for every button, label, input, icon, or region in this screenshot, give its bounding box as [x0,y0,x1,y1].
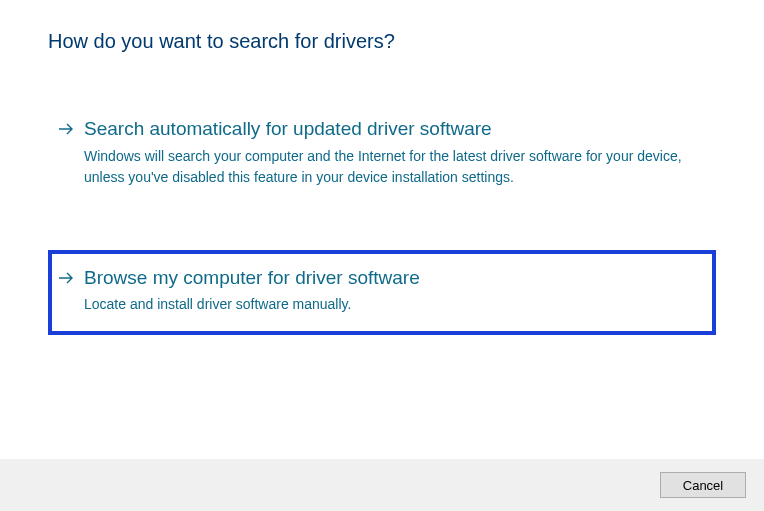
arrow-right-icon [58,271,74,285]
footer-bar: Cancel [0,459,764,511]
option-text: Search automatically for updated driver … [84,117,702,188]
cancel-button[interactable]: Cancel [660,472,746,498]
option-desc: Windows will search your computer and th… [84,146,702,188]
option-browse-my-computer[interactable]: Browse my computer for driver software L… [48,250,716,336]
option-desc: Locate and install driver software manua… [84,294,702,315]
arrow-right-icon [58,122,74,136]
option-text: Browse my computer for driver software L… [84,266,702,316]
option-search-automatically[interactable]: Search automatically for updated driver … [48,101,716,208]
option-title: Browse my computer for driver software [84,266,702,291]
page-title: How do you want to search for drivers? [48,30,716,53]
option-title: Search automatically for updated driver … [84,117,702,142]
